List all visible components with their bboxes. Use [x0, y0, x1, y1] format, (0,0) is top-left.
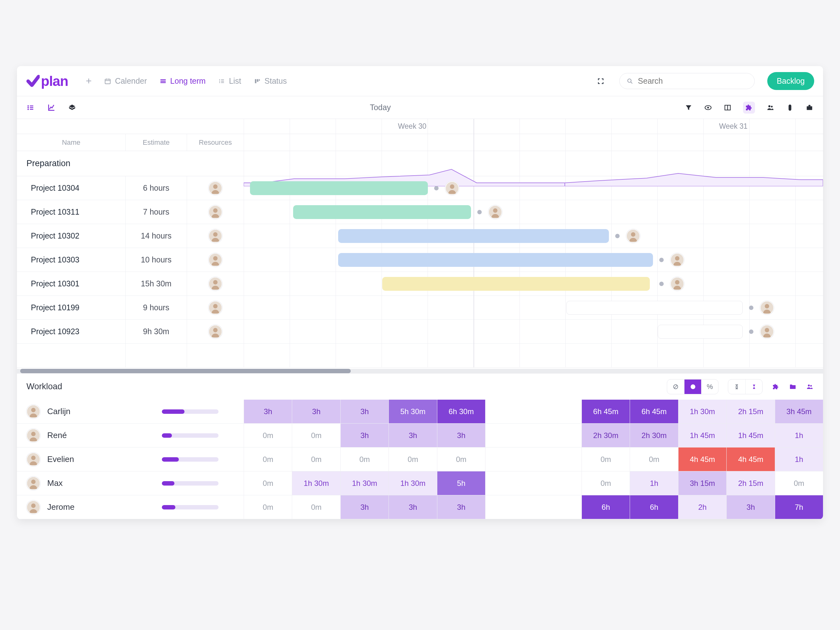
workload-cell[interactable]: 0m [244, 424, 292, 447]
assignee-avatar[interactable] [445, 181, 459, 195]
gantt-bar[interactable] [338, 229, 609, 243]
add-view-button[interactable]: + [86, 75, 92, 87]
mode-percent[interactable]: % [701, 380, 718, 394]
workload-cell[interactable]: 0m [581, 471, 630, 495]
filter-icon[interactable] [684, 104, 693, 112]
gantt-bar[interactable] [567, 301, 743, 315]
workload-cell[interactable]: 7h [775, 495, 823, 519]
workload-cell[interactable]: 3h [340, 495, 388, 519]
nav-status[interactable]: Status [254, 76, 287, 86]
view-hourglass-fill[interactable] [745, 380, 762, 394]
workload-cell[interactable]: 0m [244, 447, 292, 471]
workload-cell[interactable]: 0m [292, 495, 340, 519]
workload-cell[interactable]: 0m [292, 424, 340, 447]
workload-cell[interactable]: 2h 30m [630, 424, 678, 447]
workload-cell[interactable]: 6h 45m [581, 400, 630, 423]
group-header[interactable]: Preparation [17, 151, 823, 176]
workload-cell[interactable]: 1h 45m [678, 424, 726, 447]
task-row[interactable]: Project 10301 15h 30m [17, 272, 823, 296]
workload-cell[interactable]: 5h 30m [388, 400, 437, 423]
workload-cell[interactable]: 1h 30m [388, 471, 437, 495]
search-input[interactable] [638, 76, 747, 86]
task-row[interactable]: Project 10304 6 hours [17, 176, 823, 200]
workload-cell[interactable]: 0m [292, 447, 340, 471]
nav-calendar[interactable]: Calender [104, 76, 147, 86]
assignee-avatar[interactable] [760, 325, 774, 339]
gantt-bar[interactable] [338, 253, 653, 267]
workload-cell[interactable]: 3h 45m [775, 400, 823, 423]
workload-cell[interactable]: 0m [244, 495, 292, 519]
columns-icon[interactable] [723, 104, 732, 112]
workload-cell[interactable]: 1h 30m [292, 471, 340, 495]
assignee-avatar[interactable] [626, 229, 640, 243]
workload-cell[interactable]: 0m [437, 447, 485, 471]
nav-longterm[interactable]: Long term [159, 76, 206, 86]
assignee-avatar[interactable] [670, 277, 684, 291]
tool-chart-icon[interactable] [47, 104, 55, 112]
workload-cell[interactable]: 2h 15m [726, 400, 775, 423]
workload-cell[interactable]: 3h [726, 495, 775, 519]
tool-list-icon[interactable] [27, 104, 35, 112]
workload-cell[interactable]: 2h [678, 495, 726, 519]
horizontal-scrollbar[interactable] [17, 369, 823, 373]
fullscreen-icon[interactable] [597, 77, 605, 85]
briefcase-icon[interactable] [805, 104, 813, 112]
workload-cell[interactable]: 6h [630, 495, 678, 519]
workload-cell[interactable]: 4h 45m [678, 447, 726, 471]
assignee-avatar[interactable] [760, 301, 774, 315]
gantt-bar[interactable] [250, 181, 428, 195]
workload-cell[interactable]: 3h [244, 400, 292, 423]
users-icon[interactable] [766, 104, 775, 112]
workload-cell[interactable]: 2h 15m [726, 471, 775, 495]
workload-cell[interactable]: 3h [340, 400, 388, 423]
badge-icon[interactable] [786, 104, 794, 112]
assignee-avatar[interactable] [670, 253, 684, 267]
mode-hours[interactable] [684, 380, 701, 394]
workload-cell[interactable]: 1h 30m [678, 400, 726, 423]
visibility-icon[interactable] [704, 104, 712, 112]
workload-cell[interactable]: 3h [292, 400, 340, 423]
workload-cell[interactable]: 1h [630, 471, 678, 495]
view-hourglass-outline[interactable] [728, 380, 745, 394]
gantt-bar[interactable] [658, 325, 743, 339]
workload-cell[interactable]: 2h 30m [581, 424, 630, 447]
workload-cell[interactable]: 0m [630, 447, 678, 471]
backlog-button[interactable]: Backlog [767, 72, 814, 90]
workload-cell[interactable]: 3h [388, 424, 437, 447]
gantt-bar[interactable] [382, 277, 650, 291]
mode-none[interactable] [667, 380, 684, 394]
task-row[interactable]: Project 10303 10 hours [17, 248, 823, 272]
gantt-bar[interactable] [293, 205, 471, 219]
workload-cell[interactable]: 3h [437, 495, 485, 519]
task-row[interactable]: Project 10311 7 hours [17, 200, 823, 224]
workload-cell[interactable]: 4h 45m [726, 447, 775, 471]
tool-layers-icon[interactable] [68, 104, 76, 112]
workload-cell[interactable]: 0m [244, 471, 292, 495]
assignee-avatar[interactable] [488, 205, 502, 219]
search-field[interactable] [619, 73, 755, 89]
workload-cell[interactable]: 3h 15m [678, 471, 726, 495]
workload-cell[interactable]: 3h [340, 424, 388, 447]
task-row[interactable]: Project 10923 9h 30m [17, 320, 823, 343]
scroll-thumb[interactable] [20, 369, 351, 373]
wl-folder-icon[interactable] [789, 383, 797, 391]
puzzle-icon[interactable] [743, 102, 755, 113]
workload-cell[interactable]: 0m [340, 447, 388, 471]
workload-cell[interactable]: 3h [388, 495, 437, 519]
wl-puzzle-icon[interactable] [772, 383, 780, 391]
wl-users-icon[interactable] [806, 383, 813, 391]
workload-cell[interactable]: 1h [775, 424, 823, 447]
workload-cell[interactable]: 1h [775, 447, 823, 471]
workload-cell[interactable]: 6h [581, 495, 630, 519]
workload-cell[interactable]: 6h 30m [437, 400, 485, 423]
workload-cell[interactable]: 0m [388, 447, 437, 471]
task-row[interactable]: Project 10199 9 hours [17, 296, 823, 320]
workload-cell[interactable]: 6h 45m [630, 400, 678, 423]
task-row[interactable]: Project 10302 14 hours [17, 224, 823, 248]
workload-cell[interactable]: 0m [775, 471, 823, 495]
workload-cell[interactable]: 1h 30m [340, 471, 388, 495]
workload-cell[interactable]: 3h [437, 424, 485, 447]
workload-cell[interactable]: 1h 45m [726, 424, 775, 447]
workload-cell[interactable]: 5h [437, 471, 485, 495]
workload-cell[interactable]: 0m [581, 447, 630, 471]
